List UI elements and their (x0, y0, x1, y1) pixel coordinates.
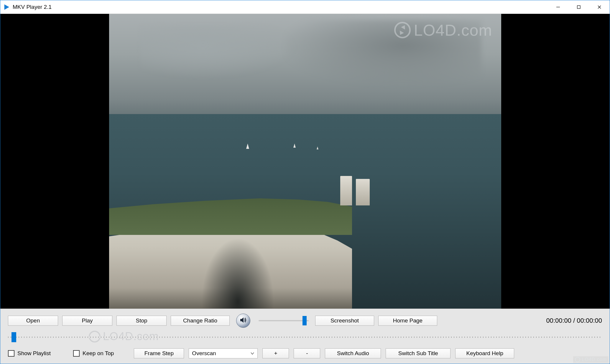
checkbox-icon (73, 350, 80, 357)
volume-track (259, 320, 309, 321)
svg-marker-5 (240, 317, 244, 323)
app-title: MKV Player 2.1 (13, 4, 52, 10)
zoom-out-button[interactable]: - (294, 348, 320, 358)
app-window: MKV Player 2.1 (0, 0, 610, 364)
seek-row (8, 333, 602, 341)
watermark-refresh-icon (394, 22, 411, 38)
volume-mute-button[interactable] (236, 314, 250, 328)
overscan-select[interactable]: Overscan (189, 348, 258, 358)
checkbox-icon (8, 350, 14, 357)
chevron-down-icon (250, 351, 254, 356)
keep-on-top-checkbox[interactable]: Keep on Top (73, 350, 114, 357)
time-display: 00:00:00 / 00:00:00 (546, 317, 602, 325)
frame-step-button[interactable]: Frame Step (134, 348, 184, 358)
overscan-selected-value: Overscan (192, 350, 216, 357)
home-page-button[interactable]: Home Page (378, 316, 437, 326)
window-controls (548, 1, 610, 14)
zoom-in-button[interactable]: + (262, 348, 289, 358)
volume-slider[interactable] (259, 317, 309, 325)
svg-rect-2 (577, 6, 580, 9)
watermark-overlay: LO4D.com (394, 21, 492, 39)
switch-subtitle-button[interactable]: Switch Sub Title (386, 348, 450, 358)
time-total: 00:00:00 (577, 317, 602, 324)
video-frame: LO4D.com (109, 14, 501, 309)
show-playlist-checkbox[interactable]: Show Playlist (8, 350, 51, 357)
watermark-text-suffix: .com (456, 21, 492, 39)
video-area[interactable]: LO4D.com (0, 14, 610, 309)
controls-row-primary: Open Play Stop Change Ratio Screenshot H… (8, 314, 602, 328)
watermark-refresh-icon (575, 357, 580, 362)
change-ratio-button[interactable]: Change Ratio (171, 316, 230, 326)
open-button[interactable]: Open (8, 316, 58, 326)
show-playlist-label: Show Playlist (17, 350, 51, 357)
controls-row-secondary: Show Playlist Keep on Top Frame Step Ove… (8, 348, 602, 358)
keep-on-top-label: Keep on Top (83, 350, 114, 357)
seek-track (8, 337, 602, 338)
app-play-icon (3, 4, 10, 10)
switch-audio-button[interactable]: Switch Audio (325, 348, 381, 358)
control-panel: LO4D.com Open Play Stop Change Ratio (0, 309, 610, 364)
seek-slider[interactable] (8, 333, 602, 341)
play-button[interactable]: Play (62, 316, 112, 326)
footer-watermark-text: LO4D.com (582, 357, 607, 362)
keyboard-help-button[interactable]: Keyboard Help (455, 348, 514, 358)
time-current: 00:00:00 (546, 317, 571, 324)
footer-watermark: LO4D.com (573, 356, 609, 363)
watermark-text-main: LO4D (414, 21, 456, 39)
close-button[interactable] (589, 1, 610, 14)
minimize-button[interactable] (548, 1, 568, 14)
seek-thumb[interactable] (11, 332, 16, 342)
titlebar: MKV Player 2.1 (0, 0, 610, 14)
speaker-icon (240, 317, 247, 325)
maximize-button[interactable] (568, 1, 589, 14)
stop-button[interactable]: Stop (116, 316, 167, 326)
volume-thumb[interactable] (302, 316, 307, 325)
svg-marker-0 (4, 4, 9, 9)
screenshot-button[interactable]: Screenshot (315, 316, 374, 326)
